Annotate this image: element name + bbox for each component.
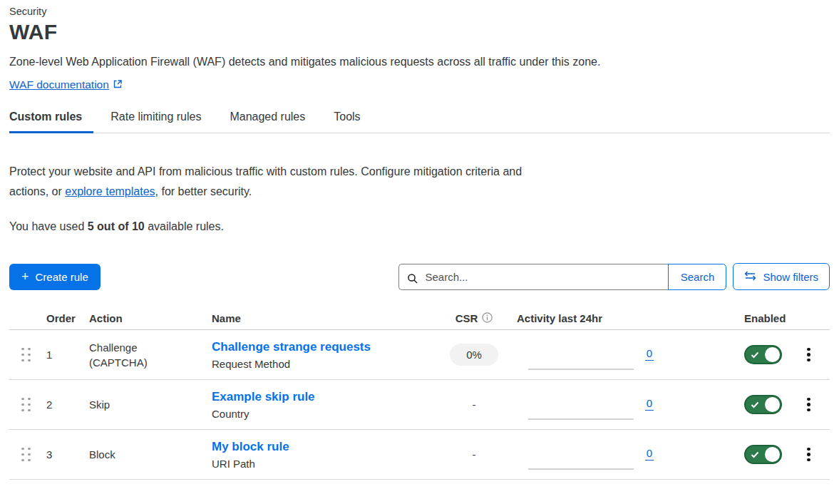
toggle-knob — [765, 397, 780, 412]
rule-order: 3 — [42, 448, 79, 461]
header-enabled: Enabled — [737, 312, 801, 324]
rule-field: URI Path — [212, 458, 441, 470]
usage-after: available rules. — [145, 220, 224, 232]
row-menu-button[interactable] — [801, 344, 816, 366]
rule-name-link[interactable]: Challenge strange requests — [212, 340, 441, 354]
enabled-toggle[interactable] — [744, 345, 782, 364]
enabled-toggle[interactable] — [744, 395, 782, 414]
csr-value: - — [473, 398, 476, 411]
waf-documentation-link[interactable]: WAF documentation — [9, 78, 109, 91]
rule-field: Country — [212, 408, 441, 420]
rule-name-link[interactable]: My block rule — [212, 440, 441, 454]
tab-custom-rules[interactable]: Custom rules — [9, 110, 93, 133]
activity-sparkline — [528, 468, 634, 470]
row-menu-button[interactable] — [801, 394, 816, 416]
table-row: 1 Challenge (CAPTCHA) Challenge strange … — [9, 330, 830, 380]
explore-templates-link[interactable]: explore templates — [65, 185, 155, 197]
header-action: Action — [79, 312, 202, 324]
tab-managed-rules[interactable]: Managed rules — [230, 110, 316, 133]
drag-handle[interactable] — [21, 348, 31, 362]
usage-count: 5 out of 10 — [88, 220, 145, 232]
header-name: Name — [202, 312, 441, 324]
check-icon — [751, 451, 759, 458]
search-input[interactable] — [398, 264, 668, 290]
row-menu-button[interactable] — [801, 443, 816, 466]
breadcrumb: Security — [9, 6, 830, 17]
rule-action: Challenge (CAPTCHA) — [79, 340, 158, 370]
search-group: Search Show filters — [398, 263, 830, 290]
drag-handle[interactable] — [21, 448, 31, 462]
header-csr: CSR — [441, 312, 507, 325]
drag-handle[interactable] — [21, 398, 31, 412]
rule-action: Skip — [79, 397, 158, 412]
show-filters-label: Show filters — [763, 271, 818, 283]
table-row: 3 Block My block rule URI Path - 0 — [9, 430, 830, 480]
toggle-knob — [765, 447, 780, 462]
enabled-toggle[interactable] — [744, 445, 782, 464]
activity-count-link[interactable]: 0 — [645, 347, 654, 361]
tab-bar: Custom rules Rate limiting rules Managed… — [9, 110, 830, 133]
intro-text: Protect your website and API from malici… — [9, 162, 540, 202]
rules-table: Order Action Name CSR Activity last 24hr… — [9, 307, 830, 480]
header-csr-label: CSR — [455, 312, 478, 324]
activity-sparkline — [528, 418, 634, 420]
page-description: Zone-level Web Application Firewall (WAF… — [9, 56, 830, 68]
csr-badge: 0% — [450, 344, 498, 366]
plus-icon: + — [21, 270, 29, 283]
activity-count-link[interactable]: 0 — [645, 447, 654, 461]
check-icon — [751, 401, 759, 408]
rule-action: Block — [79, 447, 158, 462]
header-activity: Activity last 24hr — [507, 312, 672, 324]
rule-order: 1 — [42, 349, 79, 361]
search-button[interactable]: Search — [668, 264, 726, 290]
create-rule-button[interactable]: + Create rule — [9, 264, 101, 290]
show-filters-button[interactable]: Show filters — [733, 263, 830, 290]
tab-rate-limiting-rules[interactable]: Rate limiting rules — [110, 110, 212, 133]
rule-name-link[interactable]: Example skip rule — [212, 390, 441, 404]
usage-before: You have used — [9, 220, 88, 232]
table-header-row: Order Action Name CSR Activity last 24hr… — [9, 307, 830, 330]
rule-field: Request Method — [212, 358, 441, 370]
intro-after: , for better security. — [155, 185, 252, 197]
activity-count-link[interactable]: 0 — [645, 397, 654, 411]
activity-sparkline — [528, 369, 634, 370]
waf-page: Security WAF Zone-level Web Application … — [0, 0, 839, 480]
usage-text: You have used 5 out of 10 available rule… — [9, 220, 830, 233]
rule-order: 2 — [42, 398, 79, 411]
swap-arrows-icon — [744, 271, 756, 283]
header-order: Order — [42, 312, 79, 324]
toggle-knob — [765, 347, 780, 362]
check-icon — [751, 351, 759, 359]
external-link-icon — [113, 79, 123, 92]
toolbar: + Create rule Search Show filters — [9, 263, 830, 290]
tab-tools[interactable]: Tools — [334, 110, 371, 133]
csr-value: - — [473, 448, 476, 461]
info-icon[interactable] — [482, 312, 493, 325]
create-rule-label: Create rule — [36, 271, 88, 283]
table-row: 2 Skip Example skip rule Country - 0 — [9, 380, 830, 430]
page-title: WAF — [9, 20, 830, 44]
